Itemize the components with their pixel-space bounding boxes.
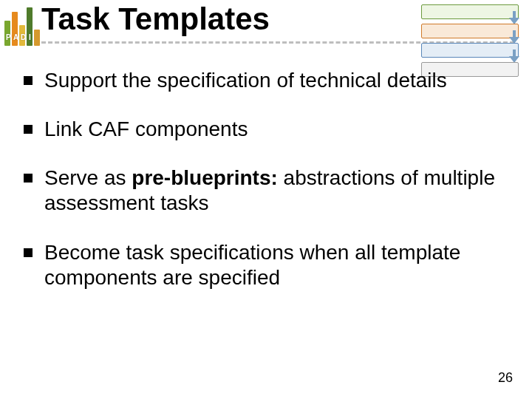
bullet-mark-icon (24, 248, 33, 257)
box-orange (421, 24, 519, 38)
slide-title: Task Templates (41, 1, 270, 37)
logo-letter: I (28, 33, 34, 41)
bullet-text: Link CAF components (44, 117, 248, 142)
logo-letter: A (13, 33, 19, 41)
box-blue (421, 43, 519, 58)
box-green (421, 4, 519, 19)
bullet-bold: pre-blueprints: (132, 166, 278, 189)
bullet-pre: Link CAF components (44, 117, 248, 140)
logo-letter: P (6, 33, 12, 41)
bullet-mark-icon (24, 174, 33, 183)
bullet-mark-icon (24, 125, 33, 134)
bullet-text: Become task specifications when all temp… (44, 240, 497, 290)
bullet-pre: Serve as (44, 166, 132, 189)
bullet-pre: Become task specifications when all temp… (44, 241, 460, 289)
bullet-item: Support the specification of technical d… (24, 68, 497, 93)
bullet-text: Serve as pre-blueprints: abstractions of… (44, 166, 497, 216)
padi-logo: P A D I (4, 1, 40, 46)
bullet-item: Link CAF components (24, 117, 497, 142)
bullet-text: Support the specification of technical d… (44, 68, 447, 93)
bullet-item: Serve as pre-blueprints: abstractions of… (24, 166, 497, 216)
bullet-mark-icon (24, 76, 33, 85)
bullet-item: Become task specifications when all temp… (24, 240, 497, 290)
logo-letter: D (21, 33, 27, 41)
slide: P A D I Task Templates Support the speci… (0, 0, 532, 399)
bullet-pre: Support the specification of technical d… (44, 69, 447, 92)
logo-bar (34, 30, 40, 46)
bullet-list: Support the specification of technical d… (24, 68, 497, 314)
page-number: 26 (498, 370, 513, 386)
logo-label: P A D I (6, 33, 34, 41)
